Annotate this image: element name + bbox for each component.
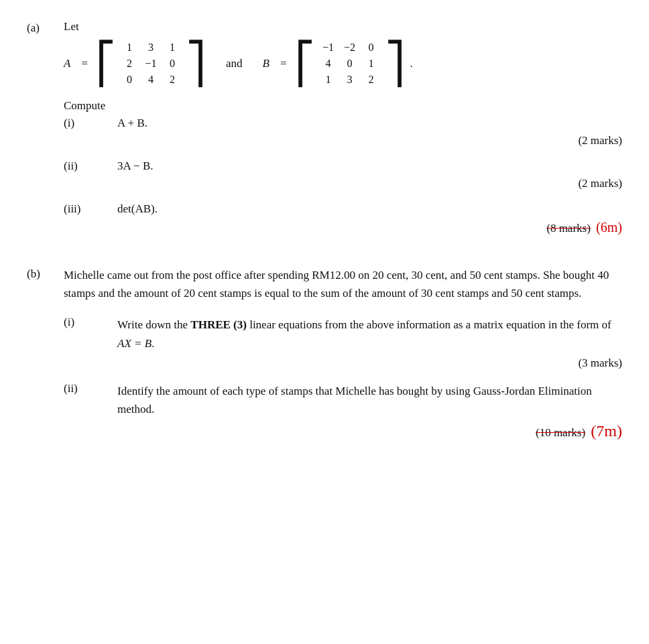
marks-10-struck: (10 marks) <box>536 426 585 439</box>
part-b-i-text1: Write down the <box>117 318 190 331</box>
handwritten-6m: (6m) <box>596 220 622 235</box>
part-b-problem: Michelle came out from the post office a… <box>64 266 622 302</box>
sub-b-i-content: Write down the THREE (3) linear equation… <box>117 316 622 352</box>
sub-i-content: A + B. <box>117 117 622 130</box>
part-b-i-text2: linear equations from the above informat… <box>247 318 611 331</box>
sub-ii-content: 3A − B. <box>117 159 622 173</box>
part-ii-text: 3A − B. <box>117 159 154 172</box>
part-b-content: Michelle came out from the post office a… <box>64 266 622 452</box>
b-cell-11: 0 <box>341 58 359 70</box>
b-eq: = <box>280 57 287 70</box>
a-cell-12: 0 <box>163 58 182 70</box>
subpart-b-ii: (ii) Identify the amount of each type of… <box>64 382 622 418</box>
marks-a-i: (2 marks) <box>64 134 622 147</box>
b-cell-00: −1 <box>319 42 338 54</box>
marks-a-ii: (2 marks) <box>64 177 622 190</box>
subpart-a-iii: (iii) det(AB). <box>64 202 622 216</box>
a-cell-02: 1 <box>163 42 182 54</box>
sub-ii-label: (ii) <box>64 159 117 173</box>
matrix-b-grid: −1 −2 0 4 0 1 1 3 2 <box>318 40 382 87</box>
let-text: Let <box>64 20 622 34</box>
part-a-content: Let A = ⎡ 1 3 1 2 −1 0 0 4 <box>64 20 622 247</box>
matrix-b-bracket-group: ⎡ −1 −2 0 4 0 1 1 3 2 ⎤ <box>295 40 405 87</box>
matrix-a-bracket-group: ⎡ 1 3 1 2 −1 0 0 4 2 ⎤ <box>96 40 206 87</box>
bracket-left-a: ⎡ <box>96 46 116 82</box>
a-cell-22: 2 <box>163 74 182 86</box>
subpart-b-i: (i) Write down the THREE (3) linear equa… <box>64 316 622 352</box>
part-b-i-text3: . <box>152 337 154 350</box>
subpart-a-ii: (ii) 3A − B. <box>64 159 622 173</box>
matrix-a-expr: A = ⎡ 1 3 1 2 −1 0 0 4 2 ⎤ <box>64 40 206 87</box>
a-cell-10: 2 <box>120 58 139 70</box>
sub-iii-content: det(AB). <box>117 202 622 216</box>
b-cell-20: 1 <box>319 74 338 86</box>
bracket-right-a: ⎤ <box>186 46 206 82</box>
matrix-a-grid: 1 3 1 2 −1 0 0 4 2 <box>119 40 183 87</box>
part-b-label: (b) <box>27 266 64 452</box>
bracket-right-b: ⎤ <box>385 46 405 82</box>
marks-8-struck: (8 marks) <box>546 222 591 235</box>
sub-b-ii-label: (ii) <box>64 382 117 418</box>
marks-b-i: (3 marks) <box>64 357 622 370</box>
b-cell-21: 3 <box>341 74 359 86</box>
a-cell-21: 4 <box>141 74 160 86</box>
sub-iii-label: (iii) <box>64 202 117 216</box>
a-cell-11: −1 <box>141 58 160 70</box>
sub-i-label: (i) <box>64 117 117 130</box>
a-cell-01: 3 <box>141 42 160 54</box>
a-cell-20: 0 <box>120 74 139 86</box>
part-b-ii-text: Identify the amount of each type of stam… <box>117 385 592 415</box>
sub-b-i-label: (i) <box>64 316 117 352</box>
and-text: and <box>226 57 243 70</box>
b-cell-01: −2 <box>341 42 359 54</box>
subpart-a-i: (i) A + B. <box>64 117 622 130</box>
b-label: B <box>263 57 270 70</box>
b-cell-02: 0 <box>362 42 381 54</box>
a-eq: = <box>81 57 88 70</box>
b-cell-10: 4 <box>319 58 338 70</box>
bracket-left-b: ⎡ <box>295 46 315 82</box>
compute-label: Compute <box>64 99 622 113</box>
part-a-block: (a) Let A = ⎡ 1 3 1 2 −1 0 0 <box>27 20 622 247</box>
part-b-block: (b) Michelle came out from the post offi… <box>27 266 622 452</box>
marks-b-ii: (10 marks) (7m) <box>64 422 622 440</box>
handwritten-7m: (7m) <box>591 422 622 440</box>
a-label: A <box>64 57 70 70</box>
matrix-b-expr: B = ⎡ −1 −2 0 4 0 1 1 3 2 ⎤ <box>263 40 413 87</box>
part-i-text: A + B. <box>117 117 148 129</box>
b-period: . <box>410 57 413 70</box>
part-b-i-bold: THREE (3) <box>190 318 247 331</box>
sub-b-ii-content: Identify the amount of each type of stam… <box>117 382 622 418</box>
part-a-label: (a) <box>27 20 64 247</box>
marks-a-iii: (8 marks) (6m) <box>64 220 622 235</box>
b-cell-22: 2 <box>362 74 381 86</box>
matrix-display-row: A = ⎡ 1 3 1 2 −1 0 0 4 2 ⎤ <box>64 40 622 87</box>
a-cell-00: 1 <box>120 42 139 54</box>
part-iii-text: det(AB). <box>117 202 158 215</box>
b-cell-12: 1 <box>362 58 381 70</box>
part-b-i-italic: AX = B <box>117 337 152 350</box>
